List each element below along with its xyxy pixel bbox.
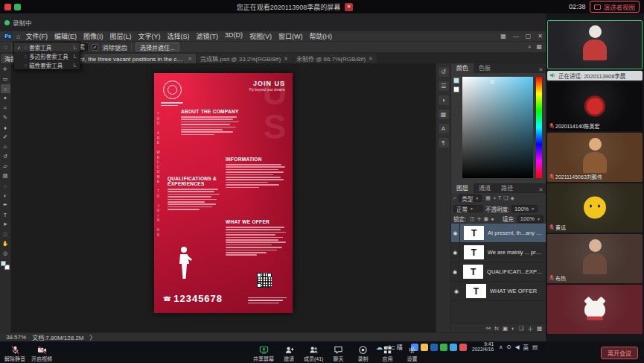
delete-layer-icon[interactable]: ▦ — [537, 325, 542, 332]
workspace-icon[interactable]: ▦ — [500, 33, 506, 40]
taskbar-wechat-icon[interactable] — [440, 344, 447, 351]
filter-kind-icon-1[interactable]: ◑ — [493, 195, 496, 201]
tray-volume-icon[interactable]: ◀ — [515, 344, 520, 350]
invite-button[interactable]: 邀请 — [279, 345, 299, 362]
visibility-eye-icon[interactable]: ◉ — [451, 243, 460, 262]
participant-tile-3[interactable]: 黄远 — [547, 183, 643, 233]
rect-marquee-tool-icon[interactable]: ▭ — [1, 75, 10, 83]
fill-value[interactable]: 100%▼ — [517, 215, 543, 223]
adjustment-layer-icon[interactable]: ◐ — [511, 325, 515, 332]
color-swatches[interactable] — [1, 261, 10, 270]
menu-item-5[interactable]: 选择(S) — [167, 31, 189, 41]
menu-item-7[interactable]: 3D(D) — [225, 31, 243, 41]
libraries-panel-icon[interactable]: ▦ — [439, 110, 449, 119]
blur-tool-icon[interactable]: ◌ — [1, 181, 10, 190]
layer-filter-select[interactable]: 类型▼ — [459, 195, 482, 202]
visibility-eye-icon[interactable]: ◉ — [451, 262, 459, 281]
lock-pixels-icon[interactable]: ✛ — [477, 216, 482, 222]
layer-row[interactable]: ◉TAt present, th...any require b — [451, 224, 546, 243]
taskbar-files-icon[interactable] — [421, 344, 428, 351]
poster-document[interactable]: US JOIN US Fly beyond your dreams YOU AR… — [154, 73, 293, 313]
color-handle[interactable] — [491, 80, 494, 83]
tab-close-icon[interactable]: ✕ — [284, 56, 288, 62]
crop-tool-icon[interactable]: ⌗ — [1, 104, 10, 113]
layer-group-icon[interactable]: ❏ — [519, 325, 524, 332]
layers-tab-路径[interactable]: 路径 — [496, 183, 518, 193]
home-icon[interactable]: ⌂ — [16, 33, 20, 40]
participant-tile-2[interactable]: 20211145063刘鹏伟 — [547, 133, 643, 182]
layer-mask-icon[interactable]: ▣ — [503, 325, 508, 332]
panel-menu-icon[interactable]: ≡ — [539, 66, 546, 73]
filter-kind-icon-0[interactable]: ▦ — [485, 195, 491, 201]
link-layers-icon[interactable]: ⚯ — [486, 325, 491, 332]
taskbar-photoshop-icon[interactable] — [430, 344, 438, 351]
participant-tile-0[interactable] — [547, 20, 643, 69]
members-button[interactable]: 成员(41) — [304, 345, 323, 362]
lock-all-icon[interactable]: ● — [491, 216, 494, 222]
properties-panel-icon[interactable]: ☰ — [439, 81, 449, 91]
history-brush-tool-icon[interactable]: ↺ — [1, 152, 10, 161]
lasso-menu-item-0[interactable]: ✓◌套索工具L — [14, 42, 80, 51]
start-video-button[interactable]: 开启视频 — [31, 345, 52, 362]
menu-item-4[interactable]: 文字(Y) — [138, 31, 160, 41]
workspace-switcher-icon[interactable]: ▦ — [536, 43, 542, 51]
lasso-tool-icon[interactable]: ◌ — [1, 84, 10, 93]
close-icon[interactable]: ✕ — [538, 33, 543, 40]
type-tool-icon[interactable]: T — [1, 210, 10, 219]
tab-close-icon[interactable]: ✕ — [369, 56, 373, 62]
brush-tool-icon[interactable]: ✐ — [1, 133, 10, 142]
chat-button[interactable]: 聊天 — [328, 345, 348, 362]
hand-tool-icon[interactable]: ✋ — [1, 239, 10, 248]
layer-row[interactable]: ◉TWHAT WE OFFER — [451, 282, 546, 301]
color-tab-色板[interactable]: 色板 — [474, 63, 496, 73]
clone-stamp-tool-icon[interactable]: ♨ — [1, 142, 10, 151]
tray-network-icon[interactable]: ⊙ — [507, 344, 511, 350]
zoom-tool-icon[interactable]: ◎ — [1, 249, 10, 258]
tab-close-icon[interactable]: ✕ — [188, 56, 192, 62]
gradient-tool-icon[interactable]: ▨ — [1, 171, 10, 180]
menu-item-1[interactable]: 编辑(E) — [54, 31, 77, 41]
apps-button[interactable]: 应用 — [377, 345, 397, 362]
spot-healing-tool-icon[interactable]: ♦ — [1, 123, 10, 132]
canvas[interactable]: US JOIN US Fly beyond your dreams YOU AR… — [11, 63, 436, 332]
path-select-tool-icon[interactable]: ➤ — [1, 220, 10, 229]
meeting-app-icon[interactable] — [4, 4, 11, 10]
foreground-color-swatch[interactable] — [1, 261, 6, 266]
antialias-checkbox[interactable]: ✓ — [92, 44, 98, 51]
taskbar-qq-icon[interactable] — [450, 344, 457, 351]
select-and-mask-button[interactable]: 选择并遮住... — [136, 42, 179, 51]
hue-slider[interactable] — [536, 77, 542, 178]
visibility-eye-icon[interactable]: ◉ — [451, 282, 462, 300]
layer-row[interactable]: ◉TWe are mainly ... promotional — [451, 243, 546, 262]
move-tool-icon[interactable]: ✛ — [1, 65, 10, 74]
participant-tile-4[interactable]: 布热 — [547, 234, 643, 283]
eraser-tool-icon[interactable]: ▱ — [1, 162, 10, 171]
document-tab-2[interactable]: 未制作 @ 66.7%(RGB/8#)✕ — [293, 54, 377, 63]
tray-notifications-icon[interactable]: ▤ — [532, 344, 538, 350]
menu-item-3[interactable]: 图层(L) — [109, 31, 131, 41]
paragraph-panel-icon[interactable]: ¶ — [439, 138, 449, 148]
maximize-icon[interactable]: ▢ — [526, 33, 532, 40]
filter-kind-icon-3[interactable]: ❏ — [503, 195, 508, 201]
menu-item-9[interactable]: 窗口(W) — [278, 31, 303, 41]
tray-ime-icon[interactable]: 英 — [523, 343, 529, 351]
participant-tile-1[interactable]: 2020114140陈英宏 — [547, 82, 643, 131]
speaker-view-button[interactable]: 演讲者视图 — [590, 1, 640, 13]
saturation-box[interactable] — [462, 77, 533, 178]
dodge-tool-icon[interactable]: ◐ — [1, 191, 10, 200]
zoom-level[interactable]: 38.57% — [6, 334, 26, 341]
leave-meeting-button[interactable]: 离开会议 — [601, 347, 638, 359]
menu-item-2[interactable]: 图像(I) — [83, 31, 103, 41]
menu-item-0[interactable]: 文件(F) — [25, 31, 48, 41]
lock-position-icon[interactable]: ▣ — [484, 216, 489, 222]
rectangle-tool-icon[interactable]: □ — [1, 230, 10, 239]
participant-tile-5[interactable] — [547, 285, 643, 334]
color-tab-颜色[interactable]: 颜色 — [451, 63, 474, 73]
menu-item-10[interactable]: 帮助(H) — [309, 31, 332, 41]
tray-tray-expand-icon[interactable]: ∧ — [499, 344, 503, 350]
lasso-menu-item-2[interactable]: ◌磁性套索工具L — [14, 60, 80, 69]
settings-button[interactable]: 设置 — [402, 345, 421, 362]
blend-mode-select[interactable]: 正常▼ — [453, 205, 483, 212]
document-tab-1[interactable]: 完成稿.psd @ 33.2%(RGB/8#)✕ — [197, 54, 292, 63]
unmute-button[interactable]: 解除静音 — [4, 345, 25, 362]
